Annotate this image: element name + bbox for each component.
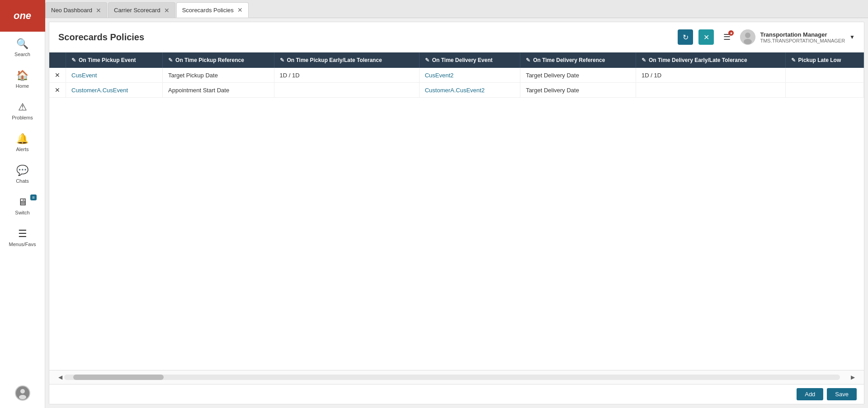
row-1-on_time_pickup_reference: Appointment Start Date: [163, 83, 274, 98]
user-avatar-sidebar: [15, 385, 30, 401]
sidebar-label-menus: Menus/Favs: [9, 242, 36, 247]
sidebar-item-problems[interactable]: ⚠ Problems: [0, 95, 45, 127]
col-on-time-pickup-tolerance[interactable]: ✎ On Time Pickup Early/Late Tolerance: [274, 52, 419, 68]
table-row: ✕CusEventTarget Pickup Date1D / 1DCusEve…: [49, 68, 864, 83]
svg-point-2: [19, 395, 26, 399]
sidebar-label-home: Home: [16, 83, 29, 89]
save-button[interactable]: Save: [827, 388, 857, 400]
svg-point-1: [20, 389, 25, 394]
tab-close-neo-dashboard[interactable]: ✕: [96, 7, 101, 14]
row-0-on_time_pickup_reference: Target Pickup Date: [163, 68, 274, 83]
sidebar-label-problems: Problems: [12, 115, 33, 120]
svg-point-5: [744, 39, 752, 44]
table-header-row: ✎ On Time Pickup Event ✎ On Time Pickup …: [49, 52, 864, 68]
page-title: Scorecards Policies: [58, 32, 672, 43]
row-1-action[interactable]: ✕: [49, 83, 66, 98]
scrollbar-track[interactable]: [64, 375, 840, 380]
row-0-on_time_pickup_event: CusEvent: [66, 68, 163, 83]
table-row: ✕CustomerA.CusEventAppointment Start Dat…: [49, 83, 864, 98]
sidebar-label-alerts: Alerts: [16, 147, 28, 152]
col-on-time-pickup-event[interactable]: ✎ On Time Pickup Event: [66, 52, 163, 68]
col-label-pickup-late-low: Pickup Late Low: [798, 57, 841, 63]
switch-badge: ≡: [30, 195, 37, 200]
home-icon: 🏠: [16, 70, 28, 81]
col-action: [49, 52, 66, 68]
row-1-on_time_pickup_tolerance: [274, 83, 419, 98]
sidebar: one 🔍 Search 🏠 Home ⚠ Problems 🔔 Alerts …: [0, 0, 45, 408]
main-area: Neo Dashboard ✕ Carrier Scorecard ✕ Scor…: [45, 0, 868, 408]
tab-carrier-scorecard[interactable]: Carrier Scorecard ✕: [108, 2, 175, 18]
user-info[interactable]: Transportation Manager TMS.TRANSPORTATIO…: [740, 29, 855, 45]
app-logo[interactable]: one: [0, 0, 45, 32]
row-1-pickup_late_low: [785, 83, 863, 98]
row-1-on_time_delivery_reference: Target Delivery Date: [520, 83, 636, 98]
user-role: TMS.TRANSPORTATION_MANAGER: [760, 38, 845, 43]
col-on-time-delivery-tolerance[interactable]: ✎ On Time Delivery Early/Late Tolerance: [636, 52, 785, 68]
col-pickup-late-low[interactable]: ✎ Pickup Late Low: [785, 52, 863, 68]
warning-icon: ⚠: [18, 101, 27, 113]
edit-icon-pickup-ref: ✎: [168, 57, 173, 63]
tab-label-neo-dashboard: Neo Dashboard: [51, 7, 92, 14]
col-label-on-time-pickup-event: On Time Pickup Event: [79, 57, 136, 63]
refresh-button[interactable]: ↻: [678, 29, 693, 45]
sidebar-item-avatar[interactable]: [0, 379, 45, 408]
edit-icon-delivery-ref: ✎: [526, 57, 530, 63]
dropdown-chevron-icon[interactable]: ▼: [849, 34, 855, 40]
add-button[interactable]: Add: [797, 388, 823, 400]
user-details: Transportation Manager TMS.TRANSPORTATIO…: [760, 31, 845, 43]
edit-icon-pickup-event: ✎: [71, 57, 76, 63]
tab-scorecards-policies[interactable]: Scorecards Policies ✕: [176, 2, 249, 18]
tab-label-scorecards-policies: Scorecards Policies: [182, 7, 234, 14]
scroll-right-icon[interactable]: ▶: [849, 374, 857, 380]
col-on-time-pickup-reference[interactable]: ✎ On Time Pickup Reference: [163, 52, 274, 68]
col-label-on-time-delivery-ref: On Time Delivery Reference: [533, 57, 605, 63]
sidebar-item-search[interactable]: 🔍 Search: [0, 32, 45, 63]
sidebar-label-chats: Chats: [16, 178, 29, 184]
col-on-time-delivery-event[interactable]: ✎ On Time Delivery Event: [419, 52, 520, 68]
scrollbar-thumb[interactable]: [73, 375, 164, 380]
sidebar-item-menus[interactable]: ☰ Menus/Favs: [0, 222, 45, 253]
sidebar-item-switch[interactable]: 🖥 ≡ Switch: [0, 190, 45, 222]
svg-point-4: [745, 33, 750, 38]
menu-icon: ☰: [18, 228, 27, 240]
row-0-on_time_delivery_event: CusEvent2: [419, 68, 520, 83]
sidebar-item-home[interactable]: 🏠 Home: [0, 63, 45, 95]
edit-icon-pickup-late: ✎: [791, 57, 796, 63]
row-0-pickup_late_low: [785, 68, 863, 83]
user-avatar: [740, 29, 755, 45]
row-1-on_time_delivery_event: CustomerA.CusEvent2: [419, 83, 520, 98]
row-1-on_time_pickup_event: CustomerA.CusEvent: [66, 83, 163, 98]
row-0-on_time_delivery_reference: Target Delivery Date: [520, 68, 636, 83]
edit-icon-pickup-tol: ✎: [280, 57, 284, 63]
menu-button[interactable]: ☰ ★: [719, 29, 735, 45]
edit-icon-delivery-tol: ✎: [642, 57, 646, 63]
scroll-left-icon[interactable]: ◀: [57, 374, 64, 380]
row-0-action[interactable]: ✕: [49, 68, 66, 83]
col-label-on-time-pickup-tol: On Time Pickup Early/Late Tolerance: [287, 57, 382, 63]
tab-close-scorecards-policies[interactable]: ✕: [237, 7, 243, 13]
row-0-on_time_delivery_tolerance: 1D / 1D: [636, 68, 785, 83]
col-on-time-delivery-reference[interactable]: ✎ On Time Delivery Reference: [520, 52, 636, 68]
switch-icon: 🖥: [18, 196, 28, 208]
delete-row-0-button[interactable]: ✕: [55, 71, 60, 79]
content-panel: Scorecards Policies ↻ ✕ ☰ ★ Transportati…: [49, 22, 864, 404]
col-label-on-time-delivery-tol: On Time Delivery Early/Late Tolerance: [649, 57, 747, 63]
tab-close-carrier-scorecard[interactable]: ✕: [164, 7, 170, 14]
sidebar-item-alerts[interactable]: 🔔 Alerts: [0, 127, 45, 158]
sidebar-label-search: Search: [14, 52, 30, 57]
data-table: ✎ On Time Pickup Event ✎ On Time Pickup …: [49, 52, 864, 98]
col-label-on-time-pickup-ref: On Time Pickup Reference: [175, 57, 244, 63]
sidebar-label-switch: Switch: [15, 210, 29, 215]
tab-label-carrier-scorecard: Carrier Scorecard: [114, 7, 160, 14]
star-badge: ★: [728, 30, 734, 36]
bell-icon: 🔔: [16, 133, 28, 145]
delete-row-1-button[interactable]: ✕: [55, 86, 60, 94]
table-container: ✎ On Time Pickup Event ✎ On Time Pickup …: [49, 52, 864, 370]
content-header: Scorecards Policies ↻ ✕ ☰ ★ Transportati…: [49, 22, 864, 52]
sidebar-item-chats[interactable]: 💬 Chats: [0, 158, 45, 190]
close-button[interactable]: ✕: [698, 29, 714, 45]
user-name: Transportation Manager: [760, 31, 845, 38]
row-0-on_time_pickup_tolerance: 1D / 1D: [274, 68, 419, 83]
tab-neo-dashboard[interactable]: Neo Dashboard ✕: [45, 2, 107, 18]
table-footer: ◀ ▶: [49, 370, 864, 384]
